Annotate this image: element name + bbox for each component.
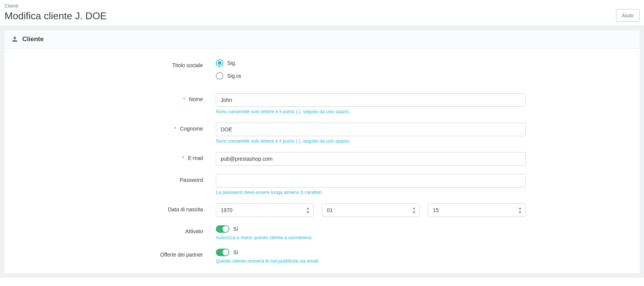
field-social-title: Sig. Sig.ra (216, 59, 526, 85)
label-last-name-text: Cognome (180, 126, 203, 132)
field-last-name: Sono consentite solo lettere e il punto … (216, 123, 526, 144)
row-dob: Data di nascita 1970 ▲▼ 01 (12, 203, 632, 217)
radio-label-sig: Sig. (227, 60, 236, 66)
radio-sigra[interactable]: Sig.ra (216, 72, 526, 80)
label-partner-offers: Offerte dei partner (12, 249, 216, 258)
label-password: Password (12, 174, 216, 183)
person-icon (11, 35, 19, 43)
label-email: * E-mail (12, 152, 216, 161)
field-enabled: Sì Autorizza o meno questo cliente a con… (216, 225, 526, 240)
dob-day-select[interactable]: 15 (428, 203, 526, 217)
required-icon: * (183, 96, 185, 102)
breadcrumb[interactable]: Clienti (5, 3, 107, 9)
radio-label-sigra: Sig.ra (227, 73, 241, 79)
email-input[interactable] (216, 152, 526, 166)
content-area: Cliente Titolo sociale Sig. Sig.ra (0, 26, 644, 278)
help-partner-offers: Questo cliente riceverà le tue pubblicit… (216, 258, 526, 264)
field-partner-offers: Sì Questo cliente riceverà le tue pubbli… (216, 249, 526, 264)
field-first-name: Sono consentite solo lettere e il punto … (216, 93, 526, 114)
dob-day-wrap: 15 ▲▼ (428, 203, 526, 217)
row-email: * E-mail (12, 152, 632, 166)
help-enabled: Autorizza o meno questo cliente a connet… (216, 235, 526, 240)
row-last-name: * Cognome Sono consentite solo lettere e… (12, 123, 632, 144)
field-email (216, 152, 526, 166)
partner-offers-toggle-label: Sì (233, 249, 238, 255)
dob-year-wrap: 1970 ▲▼ (216, 203, 314, 217)
first-name-input[interactable] (216, 93, 526, 107)
page-header: Clienti Modifica cliente J. DOE Aiuto (0, 0, 644, 26)
required-icon: * (182, 155, 184, 161)
row-partner-offers: Offerte dei partner Sì Questo cliente ri… (12, 249, 632, 264)
help-last-name: Sono consentite solo lettere e il punto … (216, 138, 526, 144)
enabled-toggle-row: Sì (216, 225, 526, 233)
page-title: Modifica cliente J. DOE (5, 10, 107, 22)
dob-year-select[interactable]: 1970 (216, 203, 314, 217)
required-icon: * (174, 126, 176, 132)
help-password: La password deve essere lunga almeno 5 c… (216, 190, 526, 195)
dob-month-wrap: 01 ▲▼ (322, 203, 420, 217)
label-social-title: Titolo sociale (12, 59, 216, 68)
panel-body: Titolo sociale Sig. Sig.ra * Nome (4, 49, 640, 274)
page-header-left: Clienti Modifica cliente J. DOE (5, 3, 107, 22)
last-name-input[interactable] (216, 123, 526, 136)
radio-circle-icon (216, 72, 223, 80)
row-first-name: * Nome Sono consentite solo lettere e il… (12, 93, 632, 114)
radio-sig[interactable]: Sig. (216, 59, 526, 67)
password-input[interactable] (216, 174, 526, 188)
row-enabled: Attivato Sì Autorizza o meno questo clie… (12, 225, 632, 240)
label-dob: Data di nascita (12, 203, 216, 212)
radio-circle-icon (216, 59, 223, 67)
help-first-name: Sono consentite solo lettere e il punto … (216, 109, 526, 114)
panel-header: Cliente (4, 30, 640, 49)
partner-offers-toggle[interactable] (216, 249, 229, 256)
partner-offers-toggle-row: Sì (216, 249, 526, 256)
row-social-title: Titolo sociale Sig. Sig.ra (12, 59, 632, 85)
label-first-name: * Nome (12, 93, 216, 102)
customer-panel: Cliente Titolo sociale Sig. Sig.ra (4, 30, 640, 274)
label-last-name: * Cognome (12, 123, 216, 132)
label-email-text: E-mail (188, 155, 203, 161)
label-enabled: Attivato (12, 225, 216, 234)
panel-title: Cliente (22, 35, 44, 43)
enabled-toggle-label: Sì (233, 226, 238, 232)
dob-selects: 1970 ▲▼ 01 ▲▼ 15 (216, 203, 526, 217)
row-password: Password La password deve essere lunga a… (12, 174, 632, 195)
help-button[interactable]: Aiuto (616, 9, 639, 22)
enabled-toggle[interactable] (216, 225, 229, 233)
field-dob: 1970 ▲▼ 01 ▲▼ 15 (216, 203, 526, 217)
label-first-name-text: Nome (189, 96, 203, 102)
dob-month-select[interactable]: 01 (322, 203, 420, 217)
field-password: La password deve essere lunga almeno 5 c… (216, 174, 526, 195)
